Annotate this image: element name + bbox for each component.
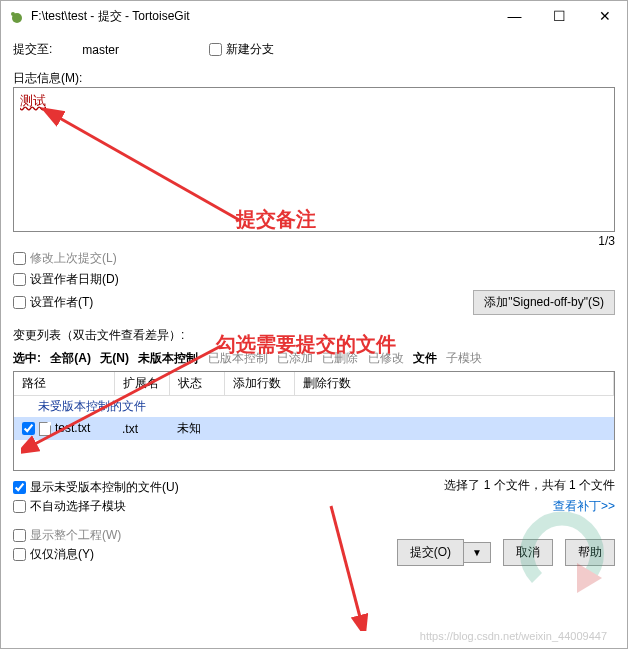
commit-dropdown-button[interactable]: ▼ (464, 542, 491, 563)
close-button[interactable]: ✕ (582, 2, 627, 30)
log-message-input[interactable]: 测试 (13, 87, 615, 232)
window-title: F:\test\test - 提交 - TortoiseGit (31, 8, 492, 25)
filter-submodule[interactable]: 子模块 (446, 351, 482, 365)
maximize-button[interactable]: ☐ (537, 2, 582, 30)
author-checkbox[interactable]: 设置作者(T) (13, 295, 93, 309)
commit-button[interactable]: 提交(O) (397, 539, 464, 566)
col-ext[interactable]: 扩展名 (114, 372, 169, 396)
filter-bar: 选中: 全部(A) 无(N) 未版本控制 已版本控制 已添加 已删除 已修改 文… (13, 350, 615, 367)
msg-only-checkbox[interactable]: 仅仅消息(Y) (13, 547, 94, 561)
svg-marker-5 (577, 563, 602, 593)
filter-added[interactable]: 已添加 (277, 351, 313, 365)
help-button[interactable]: 帮助 (565, 539, 615, 566)
filter-versioned[interactable]: 已版本控制 (208, 351, 268, 365)
filter-files[interactable]: 文件 (413, 351, 437, 365)
no-auto-sub-checkbox[interactable]: 不自动选择子模块 (13, 499, 126, 513)
filter-none[interactable]: 无(N) (100, 351, 129, 365)
col-status[interactable]: 状态 (169, 372, 224, 396)
branch-name: master (82, 43, 119, 57)
commit-dialog: F:\test\test - 提交 - TortoiseGit — ☐ ✕ 提交… (0, 0, 628, 649)
show-unversioned-checkbox[interactable]: 显示未受版本控制的文件(U) (13, 480, 179, 494)
author-date-checkbox[interactable]: 设置作者日期(D) (13, 272, 119, 286)
col-add-lines[interactable]: 添加行数 (224, 372, 294, 396)
svg-point-1 (11, 12, 15, 16)
titlebar: F:\test\test - 提交 - TortoiseGit — ☐ ✕ (1, 1, 627, 31)
selected-label: 选中: (13, 351, 41, 365)
changes-header: 变更列表（双击文件查看差异）: (13, 327, 615, 344)
new-branch-checkbox[interactable]: 新建分支 (209, 41, 274, 58)
status-text: 选择了 1 个文件，共有 1 个文件 (444, 477, 615, 494)
table-row[interactable]: test.txt .txt 未知 (14, 417, 614, 440)
url-watermark: https://blog.csdn.net/weixin_44009447 (420, 630, 607, 642)
tortoise-icon (9, 8, 25, 24)
col-path[interactable]: 路径 (14, 372, 114, 396)
group-row: 未受版本控制的文件 (14, 396, 614, 418)
show-whole-checkbox[interactable]: 显示整个工程(W) (13, 528, 121, 542)
commit-to-label: 提交至: (13, 41, 52, 58)
file-checkbox[interactable] (22, 422, 35, 435)
arrow-icon (321, 501, 381, 631)
col-del-lines[interactable]: 删除行数 (294, 372, 614, 396)
view-patch-link[interactable]: 查看补丁>> (444, 498, 615, 515)
char-counter: 1/3 (13, 234, 615, 248)
filter-all[interactable]: 全部(A) (50, 351, 91, 365)
file-list[interactable]: 路径 扩展名 状态 添加行数 删除行数 未受版本控制的文件 test.txt .… (13, 371, 615, 471)
filter-modified[interactable]: 已修改 (368, 351, 404, 365)
minimize-button[interactable]: — (492, 2, 537, 30)
amend-checkbox[interactable]: 修改上次提交(L) (13, 251, 117, 265)
file-icon (39, 422, 51, 436)
cancel-button[interactable]: 取消 (503, 539, 553, 566)
log-message-label: 日志信息(M): (13, 70, 615, 87)
log-message-text: 测试 (20, 93, 46, 108)
filter-unversioned[interactable]: 未版本控制 (138, 351, 198, 365)
signed-off-button[interactable]: 添加"Signed-off-by"(S) (473, 290, 615, 315)
filter-deleted[interactable]: 已删除 (322, 351, 358, 365)
